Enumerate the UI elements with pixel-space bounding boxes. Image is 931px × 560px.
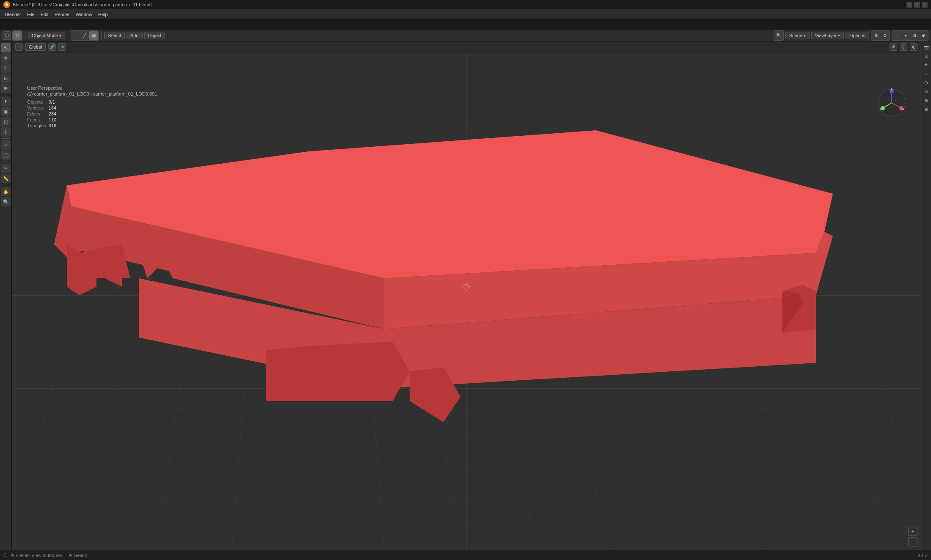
loop-cut-tool[interactable]: ╫	[1, 127, 11, 137]
viewport-nav-icon[interactable]: ↕	[923, 70, 930, 77]
inset-tool[interactable]: ▣	[1, 107, 11, 116]
statusbar: ⬡ 🖱 Center View to Mouse | 🖱 Select 3.1.…	[0, 550, 931, 560]
tool-sep-3	[2, 162, 10, 162]
svg-text:X: X	[902, 107, 904, 110]
select-tool[interactable]: ↖	[1, 43, 11, 52]
close-button[interactable]: ×	[922, 2, 928, 8]
menu-edit[interactable]: Edit	[38, 11, 51, 18]
add-menu[interactable]: Add	[127, 32, 143, 39]
editor-type-group: ⬡	[12, 30, 22, 41]
blender-logo-small: ⬡	[3, 31, 11, 40]
titlebar: B Blender* [C:\Users\Craigslist\Download…	[0, 0, 931, 9]
maximize-button[interactable]: □	[914, 2, 920, 8]
snap-magnet-icon[interactable]: 🔗	[48, 43, 56, 51]
view-icon[interactable]: 👁	[923, 61, 930, 69]
svg-marker-36	[67, 244, 80, 295]
options-button[interactable]: Options	[846, 32, 869, 39]
render-btn[interactable]: ◉	[919, 31, 928, 40]
svg-point-57	[881, 106, 885, 110]
tool-sep-4	[2, 185, 10, 185]
menu-render[interactable]: Render	[52, 11, 72, 18]
object-menu[interactable]: Object	[144, 32, 165, 39]
status-icon: ⬡	[3, 552, 8, 558]
zoom-out-btn[interactable]: −	[908, 537, 917, 546]
knife-tool[interactable]: ✂	[1, 140, 11, 150]
right-icons: 🔍	[774, 30, 784, 41]
face-mode-btn[interactable]: ▦	[89, 31, 98, 40]
left-toolbar: ↖ ✥ ↻ ⊡ ⊞ ⬆ ▣ ◫ ╫ ✂ ◯ ✏ 📏 🖐 🔍	[0, 41, 12, 550]
viewport-top-strip: ⊙ Global 🔗 ⊕ ✥ ⬡ ◐	[12, 41, 921, 52]
keymap-hint-2: 🖱 Select	[68, 553, 87, 558]
rotate-tool[interactable]: ↻	[1, 63, 11, 73]
transform-tool[interactable]: ⊞	[1, 84, 11, 93]
navigation-gizmo[interactable]: Z X Y	[877, 88, 906, 118]
menu-file[interactable]: File	[25, 11, 37, 18]
quad-view-icon[interactable]: ⊞	[923, 105, 930, 113]
zoom-in-btn[interactable]: +	[908, 527, 917, 536]
scale-tool[interactable]: ⊡	[1, 74, 11, 83]
zoom-tool[interactable]: 🔍	[1, 197, 11, 206]
camera-icon[interactable]: 📷	[923, 43, 930, 51]
keymap-hint-1: 🖱 Center View to Mouse	[10, 553, 62, 558]
global-dropdown[interactable]: Global	[25, 43, 46, 51]
tool-sep-2	[2, 138, 10, 139]
scene-dropdown[interactable]: Scene	[785, 32, 810, 39]
wireframe-btn[interactable]: ○	[892, 31, 901, 40]
measure-tool[interactable]: 📏	[1, 174, 11, 183]
viewport-icon[interactable]: ⬡	[13, 31, 22, 40]
overlay-icon[interactable]: ⊕	[872, 31, 880, 40]
svg-text:Y: Y	[879, 107, 881, 110]
bisect-tool[interactable]: ◯	[1, 151, 11, 160]
right-panel: 📷 ⊡ 👁 ↕ ⬡ ⊙ ⊞ ⊞	[921, 41, 931, 550]
move-tool[interactable]: ✥	[1, 53, 11, 63]
object-mode-dropdown[interactable]: Object Mode	[28, 32, 65, 39]
render-region-icon[interactable]: ⊡	[923, 52, 930, 60]
blender-icon: B	[3, 1, 10, 8]
annotate-tool[interactable]: ✏	[1, 164, 11, 173]
pivot-icon[interactable]: ⊙	[15, 43, 23, 51]
menu-help[interactable]: Help	[96, 11, 110, 18]
edge-mode-btn[interactable]: ╱	[80, 31, 89, 40]
menu-window[interactable]: Window	[73, 11, 95, 18]
separator-1	[25, 31, 25, 40]
vertex-mode-btn[interactable]: ·	[72, 31, 80, 40]
menubar: Blender File Edit Render Window Help	[0, 9, 931, 19]
material-btn[interactable]: ◑	[910, 31, 919, 40]
viewport-svg	[12, 41, 921, 550]
xray-btn[interactable]: ◐	[910, 43, 917, 51]
fly-walk-icon[interactable]: ⬡	[923, 79, 930, 86]
extrude-tool[interactable]: ⬆	[1, 97, 11, 106]
solid-btn[interactable]: ●	[901, 31, 910, 40]
keymap-separator: |	[64, 553, 66, 558]
svg-text:Z: Z	[891, 88, 893, 91]
window-title: Blender* [C:\Users\Craigslist\Downloads\…	[13, 2, 151, 7]
overlay-btn[interactable]: ⬡	[900, 43, 907, 51]
version-number: 3.1.2	[917, 553, 928, 558]
hand-tool[interactable]: 🖐	[1, 187, 11, 196]
3d-viewport[interactable]: Z X Y User Perspective (1) carrier_platf…	[12, 41, 921, 550]
select-menu[interactable]: Select	[104, 32, 125, 39]
display-icons: ⊕ ⊙	[871, 30, 890, 41]
shading-icons: ○ ● ◑ ◉	[892, 30, 928, 41]
header-toolbar: ⬡ ⬡ Object Mode · ╱ ▦ Select Add Object …	[0, 30, 931, 41]
tool-sep-1	[2, 95, 10, 95]
local-view-icon[interactable]: ⊞	[923, 96, 930, 104]
separator-3	[101, 31, 102, 40]
proportional-edit-icon[interactable]: ⊕	[58, 43, 66, 51]
bevel-tool[interactable]: ◫	[1, 117, 11, 126]
viewport-nav-buttons: + −	[908, 527, 917, 546]
minimize-button[interactable]: −	[906, 2, 912, 8]
xray-icon[interactable]: ⊙	[881, 31, 889, 40]
menu-blender[interactable]: Blender	[3, 11, 24, 18]
viewlayer-dropdown[interactable]: ViewLayer	[811, 32, 844, 39]
search-icon[interactable]: 🔍	[774, 31, 783, 40]
mesh-select-mode: · ╱ ▦	[71, 30, 99, 41]
gizmo-icon[interactable]: ✥	[890, 43, 897, 51]
separator-2	[68, 31, 68, 40]
window-controls: − □ ×	[906, 2, 928, 8]
view-all-icon[interactable]: ⊙	[923, 88, 930, 95]
